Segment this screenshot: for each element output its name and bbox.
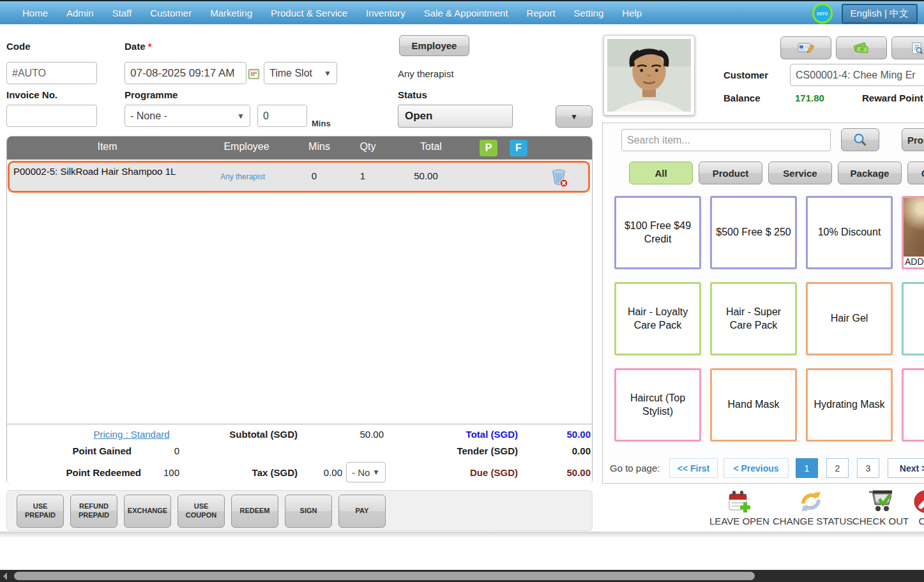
nav-right-group: xero English | 中文 bbox=[812, 3, 918, 24]
customer-prepaid-button[interactable] bbox=[836, 36, 887, 59]
catalog-tile[interactable]: Hair Gel bbox=[806, 282, 893, 355]
action-button-pay[interactable]: PAY bbox=[338, 495, 386, 528]
tab-package[interactable]: Package bbox=[838, 161, 902, 184]
refresh-status-icon bbox=[797, 488, 825, 515]
items-table: Item Employee Mins Qty Total P F P00002-… bbox=[6, 136, 593, 485]
nav-item-help[interactable]: Help bbox=[622, 8, 642, 19]
xero-logo-icon[interactable]: xero bbox=[812, 3, 833, 24]
nav-item-sale-appointment[interactable]: Sale & Appointment bbox=[424, 8, 508, 19]
nav-item-report[interactable]: Report bbox=[527, 8, 556, 19]
employee-button[interactable]: Employee bbox=[399, 35, 469, 56]
customer-input[interactable]: CS00001-4: Chee Ming Er bbox=[790, 64, 924, 86]
language-switch-button[interactable]: English | 中文 bbox=[842, 4, 918, 24]
programme-label: Programme bbox=[125, 89, 178, 100]
date-label: Date * bbox=[125, 41, 152, 52]
tab-product[interactable]: Product bbox=[699, 161, 762, 184]
tile-label: Hair - Loyalty Care Pack bbox=[619, 306, 697, 332]
col-qty-header: Qty bbox=[347, 141, 388, 153]
pagination-page-2[interactable]: 2 bbox=[826, 458, 849, 478]
nav-item-product-service[interactable]: Product & Service bbox=[271, 8, 347, 19]
tender-label: Tender (SGD) bbox=[416, 445, 518, 456]
catalog-tile[interactable]: $100 Free $49 Credit bbox=[614, 196, 701, 269]
required-asterisk: * bbox=[148, 41, 152, 52]
row-qty: 1 bbox=[336, 170, 390, 181]
catalog-tile[interactable]: Hydrating Mask bbox=[806, 368, 893, 442]
customer-card-edit-button[interactable] bbox=[780, 36, 831, 59]
calendar-picker-icon[interactable] bbox=[248, 68, 259, 79]
code-label: Code bbox=[6, 41, 31, 52]
tile-photo-image bbox=[904, 198, 924, 257]
date-input[interactable]: 07-08-2025 09:17 AM bbox=[125, 62, 246, 84]
tab-coupon[interactable]: Coupon bbox=[907, 161, 924, 184]
invoice-input[interactable] bbox=[6, 105, 97, 127]
tile-label: ADD bbox=[904, 257, 924, 267]
footer-action-leave-open[interactable]: LEAVE OPEN bbox=[701, 488, 778, 526]
badge-p-toggle[interactable]: P bbox=[480, 140, 497, 156]
delete-row-icon[interactable] bbox=[550, 167, 570, 189]
action-button-use-coupon[interactable]: USE COUPON bbox=[178, 495, 225, 528]
nav-item-setting[interactable]: Setting bbox=[574, 8, 604, 19]
nav-item-inventory[interactable]: Inventory bbox=[366, 8, 405, 19]
catalog-tile[interactable]: Ite bbox=[902, 368, 924, 442]
pagination-page-3[interactable]: 3 bbox=[857, 458, 879, 478]
programme-select[interactable]: - None - ▼ bbox=[125, 105, 250, 127]
catalog-tile[interactable]: Hair - Loyalty Care Pack bbox=[614, 282, 701, 355]
point-redeemed-value: 100 bbox=[135, 467, 179, 478]
pagination-previous-button[interactable]: < Previous bbox=[723, 458, 789, 478]
pricing-standard-link[interactable]: Pricing : Standard bbox=[84, 429, 179, 440]
code-input[interactable]: #AUTO bbox=[6, 62, 97, 84]
footer-action-ca[interactable]: CA bbox=[887, 488, 924, 526]
chevron-down-icon: ▼ bbox=[372, 468, 380, 477]
footer-action-change-status[interactable]: CHANGE STATUS bbox=[773, 488, 849, 526]
catalog-tile[interactable]: 10% Discount bbox=[806, 196, 893, 269]
action-button-use-prepaid[interactable]: USE PREPAID bbox=[17, 495, 64, 528]
col-total-header: Total bbox=[406, 141, 456, 153]
horizontal-scrollbar[interactable] bbox=[0, 570, 924, 582]
catalog-tile[interactable]: H bbox=[902, 282, 924, 355]
bottom-shade bbox=[0, 532, 924, 538]
action-button-redeem[interactable]: REDEEM bbox=[231, 495, 278, 528]
nav-item-home[interactable]: Home bbox=[22, 8, 48, 19]
chevron-down-icon: ▼ bbox=[570, 112, 578, 121]
nav-item-marketing[interactable]: Marketing bbox=[210, 8, 252, 19]
pagination-next-button[interactable]: Next > bbox=[888, 458, 924, 478]
catalog-tile[interactable]: Hair - Super Care Pack bbox=[710, 282, 797, 355]
pagination-first-button[interactable]: << First bbox=[669, 458, 718, 478]
row-employee-link[interactable]: Any therapist bbox=[214, 172, 271, 181]
tax-value: 0.00 bbox=[301, 467, 342, 478]
customer-history-button[interactable] bbox=[891, 36, 924, 59]
action-button-exchange[interactable]: EXCHANGE bbox=[124, 495, 171, 528]
catalog-tile[interactable]: ADD bbox=[902, 196, 924, 269]
tab-service[interactable]: Service bbox=[768, 161, 832, 184]
table-row[interactable]: P00002-5: SilkRoad Hair Shampoo 1LAny th… bbox=[8, 161, 590, 193]
action-button-sign[interactable]: SIGN bbox=[285, 495, 332, 528]
search-input[interactable]: Search item... bbox=[621, 129, 831, 151]
time-slot-value: Time Slot bbox=[269, 68, 312, 79]
main-nav-list: HomeAdminStaffCustomerMarketingProduct &… bbox=[0, 8, 642, 19]
programme-mins-input[interactable]: 0 bbox=[257, 105, 307, 127]
balance-label: Balance bbox=[723, 93, 761, 103]
badge-f-toggle[interactable]: F bbox=[510, 140, 527, 156]
scrollbar-thumb[interactable] bbox=[14, 572, 755, 580]
status-dropdown-button[interactable]: ▼ bbox=[556, 105, 593, 128]
nav-item-customer[interactable]: Customer bbox=[150, 8, 192, 19]
nav-item-admin[interactable]: Admin bbox=[66, 8, 94, 19]
search-placeholder: Search item... bbox=[627, 135, 690, 146]
total-value: 50.00 bbox=[518, 429, 591, 440]
search-button[interactable] bbox=[841, 128, 879, 151]
catalog-tile[interactable]: Haircut (Top Stylist) bbox=[614, 368, 701, 442]
point-redeemed-label: Point Redeemed bbox=[33, 467, 141, 478]
catalog-tile[interactable]: $500 Free $ 250 bbox=[710, 196, 797, 269]
promotion-button[interactable]: Promotion bbox=[902, 128, 924, 151]
items-table-header: Item Employee Mins Qty Total P F bbox=[7, 137, 592, 160]
tab-all[interactable]: All bbox=[629, 161, 693, 184]
action-button-refund-prepaid[interactable]: REFUND PREPAID bbox=[70, 495, 117, 528]
nav-item-staff[interactable]: Staff bbox=[112, 8, 132, 19]
tax-select[interactable]: - None - ▼ bbox=[346, 462, 386, 482]
pagination-page-1[interactable]: 1 bbox=[796, 458, 818, 478]
time-slot-select[interactable]: Time Slot ▼ bbox=[264, 62, 337, 84]
customer-photo[interactable] bbox=[603, 35, 695, 116]
scrollbar-left-arrow-icon[interactable] bbox=[3, 572, 7, 580]
catalog-tile[interactable]: Hand Mask bbox=[710, 368, 797, 442]
footer-action-label: CHANGE STATUS bbox=[773, 516, 849, 526]
